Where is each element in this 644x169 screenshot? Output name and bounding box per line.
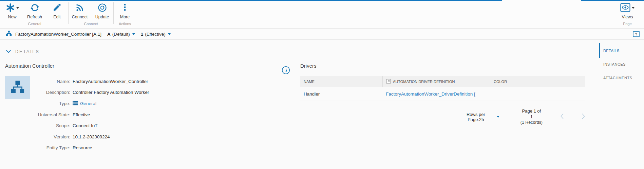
tab-details[interactable]: DETAILS: [599, 44, 644, 57]
entity-image-tile: [5, 76, 30, 99]
field-label: Entity Type:: [5, 145, 70, 150]
details-section-title: DETAILS: [15, 49, 39, 54]
variant-dropdown-icon[interactable]: [132, 33, 135, 35]
field-row-type: Type: General: [5, 98, 292, 109]
field-label: Universal State:: [5, 112, 70, 117]
field-value: Effective: [73, 112, 90, 117]
pencil-icon: [53, 3, 61, 13]
more-button-label: More: [120, 15, 130, 19]
collapse-panel-button[interactable]: [633, 31, 640, 38]
toolbar-group-page: Views Page: [595, 2, 644, 28]
field-value: 10.1.2-202309224: [73, 134, 110, 139]
toolbar-group-label: Connect: [84, 22, 98, 26]
drivers-table: NAME AUTOMATION DRIVER DEFINITION COLOR: [300, 76, 585, 101]
sitemap-icon-large: [11, 80, 25, 95]
kebab-menu-icon: [121, 3, 129, 13]
new-button-label: New: [8, 15, 16, 19]
update-button-label: Update: [95, 15, 109, 19]
column-header-name[interactable]: NAME: [300, 76, 382, 87]
views-button-label: Views: [622, 15, 633, 19]
next-page-button[interactable]: [582, 113, 585, 120]
entity-version: 1: [141, 32, 144, 37]
app-window: New Refresh: [0, 0, 644, 169]
field-row-name: Name: FactoryAutomationWorker_Controller: [5, 76, 292, 87]
driver-name-cell: Handler: [300, 91, 382, 97]
link-icon: [386, 79, 391, 84]
tab-label: ATTACHMENTS: [603, 76, 632, 80]
panel-up-icon: [633, 33, 640, 38]
entity-variant: A: [107, 32, 111, 37]
version-dropdown-icon[interactable]: [168, 33, 171, 35]
chevron-left-icon: [560, 115, 564, 120]
connect-button[interactable]: Connect: [69, 2, 91, 19]
pagination-bar: Rows per Page:25 Page 1 of 1 (1 Records): [300, 108, 585, 125]
edit-button[interactable]: Edit: [46, 2, 68, 19]
entity-name: FactoryAutomationWorker_Controller [A.1]: [15, 32, 101, 37]
chevron-down-icon: [6, 48, 11, 54]
field-label: Scope:: [5, 123, 70, 128]
page-info: Page 1 of 1 (1 Records): [520, 108, 543, 125]
toolbar-group-label: General: [28, 22, 41, 26]
signal-icon: [75, 3, 84, 13]
accent-line-right: [581, 0, 644, 1]
column-header-driver-definition[interactable]: AUTOMATION DRIVER DEFINITION: [382, 76, 490, 87]
field-row-universal-state: Universal State: Effective: [5, 109, 292, 120]
tab-label: DETAILS: [603, 49, 620, 53]
sitemap-icon: [6, 31, 12, 37]
new-button[interactable]: New: [1, 2, 23, 19]
field-value: FactoryAutomationWorker_Controller: [73, 79, 148, 84]
page-content: DETAILS Automation Controller i Name:: [0, 40, 644, 169]
field-value: Connect IoT: [73, 123, 98, 128]
views-button[interactable]: Views: [616, 2, 639, 19]
toolbar-group-general: New Refresh: [1, 2, 68, 28]
asterisk-icon: [6, 3, 15, 13]
tab-attachments[interactable]: ATTACHMENTS: [599, 71, 644, 85]
drivers-panel: Drivers NAME AUTOMATION DRIVER DEFINITIO…: [300, 63, 585, 153]
accent-line-left: [0, 0, 502, 1]
toolbar-group-connect: Connect Update Connect: [69, 2, 113, 28]
connect-button-label: Connect: [72, 15, 88, 19]
eye-icon: [620, 3, 630, 13]
records-count-label: (1 Records): [520, 120, 543, 125]
toolbar: New Refresh: [0, 0, 644, 29]
field-label: Type:: [5, 101, 70, 106]
edit-button-label: Edit: [53, 15, 61, 19]
field-row-version: Version: 10.1.2-202309224: [5, 131, 292, 142]
driver-definition-link[interactable]: FactoryAutomationWorker_DriverDefinition…: [386, 91, 488, 97]
refresh-button[interactable]: Refresh: [23, 2, 46, 19]
column-header-label: NAME: [304, 80, 315, 84]
more-button[interactable]: More: [114, 2, 136, 19]
column-header-label: AUTOMATION DRIVER DEFINITION: [393, 80, 455, 84]
column-header-color[interactable]: COLOR: [490, 76, 585, 87]
field-value: Resource: [73, 145, 92, 150]
table-row[interactable]: Handler FactoryAutomationWorker_DriverDe…: [300, 87, 585, 101]
page-count-label: Page 1 of 1: [520, 108, 543, 120]
rows-per-page-select[interactable]: Rows per Page:25: [458, 112, 499, 122]
automation-controller-panel: Automation Controller i Name: FactoryAut…: [5, 63, 292, 153]
column-header-label: COLOR: [494, 80, 507, 84]
tab-label: INSTANCES: [603, 62, 626, 66]
field-row-entity-type: Entity Type: Resource: [5, 142, 292, 154]
rows-per-page-label: Rows per Page:25: [458, 112, 494, 122]
panel-title: Automation Controller: [5, 63, 292, 72]
list-type-icon: [73, 101, 78, 106]
drivers-table-header: NAME AUTOMATION DRIVER DEFINITION COLOR: [300, 76, 585, 87]
toolbar-group-label: Actions: [119, 22, 131, 26]
refresh-icon: [30, 3, 39, 13]
field-row-scope: Scope: Connect IoT: [5, 120, 292, 131]
field-label: Version:: [5, 134, 70, 139]
update-button[interactable]: Update: [91, 2, 113, 19]
caret-down-icon: [632, 7, 634, 9]
page-section-nav: DETAILS INSTANCES ATTACHMENTS: [599, 44, 644, 85]
refresh-button-label: Refresh: [27, 15, 42, 19]
details-section-toggle[interactable]: DETAILS: [0, 40, 39, 54]
type-link[interactable]: General: [80, 101, 96, 106]
caret-down-icon: [16, 7, 19, 9]
entity-version-label: (Effective): [145, 32, 166, 37]
entity-header-bar: FactoryAutomationWorker_Controller [A.1]…: [0, 29, 644, 40]
sync-circle-icon: [98, 3, 107, 13]
previous-page-button[interactable]: [560, 113, 564, 120]
field-row-description: Description: Controller Factory Automati…: [5, 87, 292, 98]
caret-down-icon: [497, 116, 499, 118]
tab-instances[interactable]: INSTANCES: [599, 57, 644, 71]
